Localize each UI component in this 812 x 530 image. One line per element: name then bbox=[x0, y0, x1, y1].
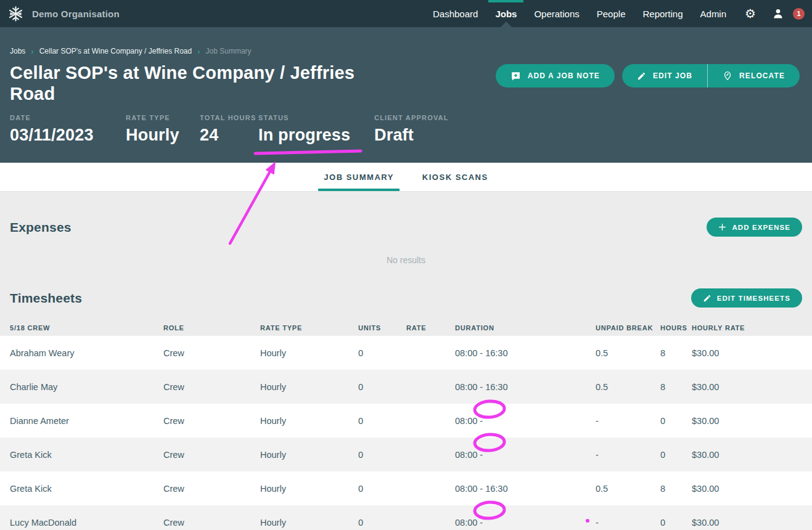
settings-gear-icon[interactable]: ⚙ bbox=[745, 7, 756, 20]
meta-date-label: DATE bbox=[10, 114, 126, 121]
meta-client-approval-value: Draft bbox=[374, 126, 449, 145]
column-header-units: UNITS bbox=[358, 324, 406, 332]
cell-rate-type: Hourly bbox=[260, 416, 358, 426]
cell-hours: 8 bbox=[660, 484, 692, 494]
pencil-icon bbox=[703, 294, 712, 303]
edit-job-label: EDIT JOB bbox=[653, 71, 692, 80]
meta-total-hours-value: 24 bbox=[200, 126, 258, 145]
breadcrumb-job-name[interactable]: Cellar SOP's at Wine Company / Jeffries … bbox=[39, 47, 192, 55]
brand[interactable]: Demo Organisation bbox=[7, 0, 120, 27]
cell-role: Crew bbox=[163, 382, 260, 392]
table-row[interactable]: Charlie May Crew Hourly 0 08:00 - 16:30 … bbox=[0, 370, 812, 404]
tab-kiosk-scans[interactable]: KIOSK SCANS bbox=[417, 163, 494, 191]
breadcrumb-job-summary: Job Summary bbox=[206, 47, 252, 55]
cell-hourly-rate: $30.00 bbox=[692, 518, 802, 528]
meta-total-hours: TOTAL HOURS 24 bbox=[200, 114, 258, 145]
tab-bar: JOB SUMMARY KIOSK SCANS bbox=[0, 163, 812, 192]
pencil-icon bbox=[637, 71, 646, 81]
meta-date: DATE 03/11/2023 bbox=[10, 114, 126, 145]
cell-rate-type: Hourly bbox=[260, 382, 358, 392]
cell-crew: Dianne Ameter bbox=[10, 416, 163, 426]
edit-relocate-button-group: EDIT JOB RELOCATE bbox=[622, 64, 800, 88]
main-nav: Dashboard Jobs Operations People Reporti… bbox=[424, 0, 735, 27]
meta-date-value: 03/11/2023 bbox=[10, 126, 126, 145]
chevron-right-icon: › bbox=[31, 47, 33, 55]
cell-hours: 8 bbox=[660, 382, 692, 392]
add-job-note-button[interactable]: ADD A JOB NOTE bbox=[496, 64, 615, 88]
nav-item-reporting[interactable]: Reporting bbox=[634, 0, 691, 27]
relocate-label: RELOCATE bbox=[739, 71, 785, 80]
cell-hourly-rate: $30.00 bbox=[692, 382, 802, 392]
org-name: Demo Organisation bbox=[32, 9, 120, 19]
org-logo-snowflake-icon bbox=[7, 6, 24, 22]
cell-units: 0 bbox=[358, 382, 406, 392]
add-expense-button[interactable]: ADD EXPENSE bbox=[707, 218, 802, 237]
nav-item-operations[interactable]: Operations bbox=[525, 0, 588, 27]
cell-role: Crew bbox=[163, 484, 260, 494]
edit-timesheets-button[interactable]: EDIT TIMESHEETS bbox=[691, 288, 802, 308]
cell-hours: 0 bbox=[660, 518, 692, 528]
cell-role: Crew bbox=[163, 416, 260, 426]
meta-rate-type-value: Hourly bbox=[126, 126, 200, 145]
user-account-icon[interactable] bbox=[772, 7, 784, 20]
meta-client-approval: CLIENT APPROVAL Draft bbox=[374, 114, 449, 145]
cell-units: 0 bbox=[358, 348, 406, 358]
cell-rate-type: Hourly bbox=[260, 348, 358, 358]
meta-status: STATUS In progress bbox=[258, 114, 374, 145]
table-row[interactable]: Greta Kick Crew Hourly 0 08:00 - 16:30 0… bbox=[0, 471, 812, 505]
notification-badge[interactable]: 1 bbox=[793, 8, 805, 20]
table-header-row: 5/18 CREW ROLE RATE TYPE UNITS RATE DURA… bbox=[0, 320, 812, 336]
cell-hours: 0 bbox=[660, 450, 692, 460]
chevron-right-icon: › bbox=[197, 47, 200, 55]
expenses-section-header: Expenses ADD EXPENSE bbox=[10, 218, 802, 237]
cell-crew: Lucy MacDonald bbox=[10, 518, 163, 528]
relocate-pin-icon bbox=[723, 71, 732, 81]
cell-duration: 08:00 - 16:30 bbox=[455, 484, 596, 494]
edit-job-button[interactable]: EDIT JOB bbox=[622, 64, 707, 88]
meta-rate-type: RATE TYPE Hourly bbox=[126, 114, 200, 145]
cell-role: Crew bbox=[163, 450, 260, 460]
cell-crew: Abraham Weary bbox=[10, 348, 163, 358]
relocate-button[interactable]: RELOCATE bbox=[707, 64, 800, 88]
table-row[interactable]: Greta Kick Crew Hourly 0 08:00 - - 0 $30… bbox=[0, 438, 812, 471]
cell-hours: 0 bbox=[660, 416, 692, 426]
column-header-duration: DURATION bbox=[455, 324, 596, 332]
table-row[interactable]: Dianne Ameter Crew Hourly 0 08:00 - - 0 … bbox=[0, 404, 812, 438]
cell-duration: 08:00 - bbox=[455, 416, 596, 426]
add-job-note-label: ADD A JOB NOTE bbox=[528, 71, 600, 80]
job-meta-row: DATE 03/11/2023 RATE TYPE Hourly TOTAL H… bbox=[10, 114, 800, 145]
cell-units: 0 bbox=[358, 416, 406, 426]
cell-hourly-rate: $30.00 bbox=[692, 450, 802, 460]
meta-total-hours-label: TOTAL HOURS bbox=[200, 114, 258, 121]
cell-hourly-rate: $30.00 bbox=[692, 484, 802, 494]
breadcrumb-jobs[interactable]: Jobs bbox=[10, 47, 25, 55]
nav-item-jobs[interactable]: Jobs bbox=[486, 0, 525, 27]
cell-unpaid-break: 0.5 bbox=[596, 484, 660, 494]
breadcrumb: Jobs › Cellar SOP's at Wine Company / Je… bbox=[10, 27, 800, 55]
timesheets-section-header: Timesheets EDIT TIMESHEETS bbox=[10, 288, 802, 308]
cell-rate-type: Hourly bbox=[260, 450, 358, 460]
cell-role: Crew bbox=[163, 518, 260, 528]
cell-units: 0 bbox=[358, 484, 406, 494]
column-header-hours: HOURS bbox=[660, 324, 692, 332]
cell-hourly-rate: $30.00 bbox=[692, 416, 802, 426]
table-row[interactable]: Lucy MacDonald Crew Hourly 0 08:00 - - 0… bbox=[0, 505, 812, 530]
nav-item-dashboard[interactable]: Dashboard bbox=[424, 0, 486, 27]
table-row[interactable]: Abraham Weary Crew Hourly 0 08:00 - 16:3… bbox=[0, 336, 812, 370]
cell-crew: Greta Kick bbox=[10, 484, 163, 494]
note-plus-icon bbox=[511, 71, 521, 81]
cell-unpaid-break: 0.5 bbox=[596, 348, 660, 358]
cell-units: 0 bbox=[358, 518, 406, 528]
nav-item-admin[interactable]: Admin bbox=[692, 0, 736, 27]
cell-unpaid-break: 0.5 bbox=[596, 382, 660, 392]
tab-job-summary[interactable]: JOB SUMMARY bbox=[318, 163, 400, 191]
nav-item-people[interactable]: People bbox=[588, 0, 634, 27]
expenses-heading: Expenses bbox=[10, 220, 72, 235]
top-nav-bar: Demo Organisation Dashboard Jobs Operati… bbox=[0, 0, 812, 27]
meta-status-label: STATUS bbox=[258, 114, 374, 121]
cell-duration: 08:00 - bbox=[455, 518, 596, 528]
page-title: Cellar SOP's at Wine Company / Jeffries … bbox=[10, 63, 404, 104]
cell-units: 0 bbox=[358, 450, 406, 460]
cell-duration: 08:00 - 16:30 bbox=[455, 382, 596, 392]
job-actions: ADD A JOB NOTE EDIT JOB RELOCATE bbox=[496, 64, 800, 88]
